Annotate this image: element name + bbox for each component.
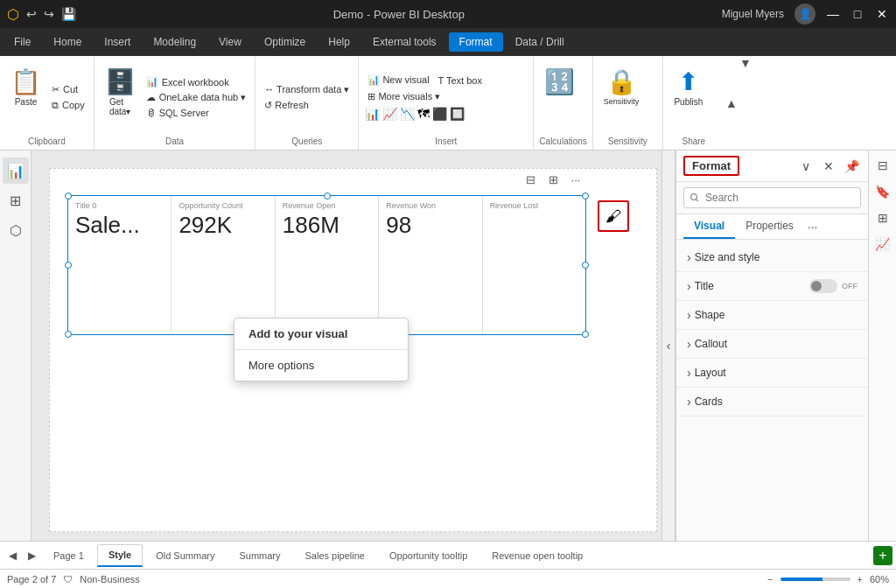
popup-menu: Add to your visual More options bbox=[234, 318, 409, 382]
canvas[interactable]: ⊟ ⊞ ··· Title 0 Sale... Opportunity Coun… bbox=[49, 168, 657, 532]
menu-data-drill[interactable]: Data / Drill bbox=[505, 32, 575, 52]
add-page-btn[interactable]: + bbox=[873, 546, 892, 565]
page-tab-sales-pipeline[interactable]: Sales pipeline bbox=[293, 544, 376, 567]
close-btn[interactable]: ✕ bbox=[875, 7, 889, 21]
menu-insert[interactable]: Insert bbox=[94, 32, 141, 52]
tab-properties[interactable]: Properties bbox=[735, 214, 804, 239]
tab-visual[interactable]: Visual bbox=[683, 214, 735, 239]
paint-bucket-btn[interactable]: 🖌 bbox=[598, 200, 629, 232]
text-box-btn[interactable]: T Text box bbox=[435, 73, 486, 88]
menu-home[interactable]: Home bbox=[43, 32, 92, 52]
zoom-level: 60% bbox=[870, 574, 889, 584]
menu-help[interactable]: Help bbox=[318, 32, 360, 52]
panel-search-input[interactable] bbox=[683, 187, 861, 208]
nav-table-btn[interactable]: ⊞ bbox=[3, 187, 29, 214]
more-options-btn[interactable]: More options bbox=[234, 350, 408, 381]
panel-expand-btn[interactable]: ∨ bbox=[796, 157, 816, 176]
calculations-section: 🔢 Calculations bbox=[534, 56, 592, 150]
section-title[interactable]: Title OFF bbox=[676, 272, 868, 301]
title-toggle[interactable] bbox=[809, 279, 837, 293]
page-prev-btn[interactable]: ◀ bbox=[4, 547, 21, 564]
chart-icon-2[interactable]: 📈 bbox=[382, 106, 398, 122]
filters-icon-btn[interactable]: ⊟ bbox=[872, 154, 894, 177]
insert-section: 📊 New visual T Text box ⊞ More visuals ▾… bbox=[359, 56, 534, 150]
menu-optimize[interactable]: Optimize bbox=[254, 32, 316, 52]
user-avatar[interactable]: 👤 bbox=[794, 4, 816, 24]
menu-modeling[interactable]: Modeling bbox=[143, 32, 206, 52]
menu-format[interactable]: Format bbox=[449, 32, 503, 52]
more-btn[interactable]: ··· bbox=[566, 170, 585, 189]
nav-report-btn[interactable]: 📊 bbox=[3, 158, 29, 184]
panel-tabs: Visual Properties ··· bbox=[676, 214, 868, 240]
page-tab-old-summary[interactable]: Old Summary bbox=[144, 544, 226, 567]
calculations-btn[interactable]: 🔢 bbox=[539, 64, 580, 130]
kpi-card-3: Revenue Won 98 bbox=[379, 196, 482, 334]
data-content: 🗄️ Getdata▾ 📊 Excel workbook ☁ OneLake d… bbox=[100, 60, 250, 135]
menu-view[interactable]: View bbox=[208, 32, 252, 52]
zoom-out-btn[interactable]: − bbox=[767, 574, 773, 584]
performance-icon-btn[interactable]: 📈 bbox=[872, 233, 894, 256]
maximize-btn[interactable]: □ bbox=[850, 7, 864, 21]
panel-title: Format bbox=[683, 156, 739, 176]
page-tab-1[interactable]: Page 1 bbox=[42, 544, 95, 567]
menu-file[interactable]: File bbox=[4, 32, 41, 52]
sql-btn[interactable]: 🛢 SQL Server bbox=[143, 106, 250, 120]
focus-btn[interactable]: ⊞ bbox=[543, 170, 563, 189]
page-tab-summary[interactable]: Summary bbox=[228, 544, 291, 567]
zoom-in-btn[interactable]: + bbox=[858, 574, 863, 584]
chart-icon-6[interactable]: 🔲 bbox=[449, 106, 466, 122]
section-callout[interactable]: Callout bbox=[676, 330, 868, 359]
clipboard-sub: ✂ Cut ⧉ Copy bbox=[48, 82, 88, 113]
clipboard-content: 📋 Paste ✂ Cut ⧉ Copy bbox=[5, 60, 88, 135]
new-visual-btn[interactable]: 📊 New visual bbox=[364, 73, 432, 88]
section-title-label: Title bbox=[687, 279, 714, 293]
excel-btn[interactable]: 📊 Excel workbook bbox=[143, 74, 250, 89]
minimize-btn[interactable]: — bbox=[826, 7, 840, 21]
section-size-style[interactable]: Size and style bbox=[676, 243, 868, 272]
onelake-btn[interactable]: ☁ OneLake data hub ▾ bbox=[143, 90, 250, 105]
save-btn[interactable]: 💾 bbox=[61, 7, 76, 21]
copy-btn[interactable]: ⧉ Copy bbox=[48, 98, 88, 113]
bookmarks-icon-btn[interactable]: 🔖 bbox=[872, 180, 894, 203]
canvas-area: ⊟ ⊞ ··· Title 0 Sale... Opportunity Coun… bbox=[32, 150, 662, 541]
section-cards-label: Cards bbox=[687, 395, 723, 409]
transform-btn[interactable]: ↔ Transform data ▾ bbox=[261, 82, 353, 97]
sensitivity-btn[interactable]: 🔒 Sensitivity bbox=[598, 64, 645, 130]
page-tab-style[interactable]: Style bbox=[97, 544, 143, 567]
nav-model-btn[interactable]: ⬡ bbox=[3, 217, 29, 243]
section-cards[interactable]: Cards bbox=[676, 388, 868, 416]
panel-collapse-btn[interactable]: ‹ bbox=[662, 150, 676, 541]
classification-label: Non-Business bbox=[80, 574, 139, 584]
more-visuals-btn[interactable]: ⊞ More visuals ▾ bbox=[364, 89, 444, 104]
refresh-btn[interactable]: ↺ Refresh bbox=[261, 98, 353, 113]
section-layout[interactable]: Layout bbox=[676, 359, 868, 388]
get-data-btn[interactable]: 🗄️ Getdata▾ bbox=[100, 64, 141, 130]
panel-close-btn[interactable]: ✕ bbox=[819, 157, 838, 176]
section-shape[interactable]: Shape bbox=[676, 301, 868, 330]
zoom-slider[interactable] bbox=[780, 578, 850, 581]
excel-icon: 📊 bbox=[146, 76, 158, 88]
ribbon-scroll-down[interactable]: ▼ bbox=[738, 56, 752, 70]
chart-icon-4[interactable]: 🗺 bbox=[416, 106, 430, 122]
page-tab-revenue-tooltip[interactable]: Revenue open tooltip bbox=[480, 544, 594, 567]
selection-icon-btn[interactable]: ⊞ bbox=[872, 206, 894, 229]
paste-btn[interactable]: 📋 Paste bbox=[5, 64, 46, 130]
chart-icon-1[interactable]: 📊 bbox=[364, 106, 381, 122]
page-next-btn[interactable]: ▶ bbox=[23, 547, 40, 564]
page-tab-opp-tooltip[interactable]: Opportunity tooltip bbox=[378, 544, 479, 567]
menu-external-tools[interactable]: External tools bbox=[362, 32, 447, 52]
undo-btn[interactable]: ↩ bbox=[26, 7, 37, 21]
tab-more[interactable]: ··· bbox=[804, 214, 822, 239]
redo-btn[interactable]: ↪ bbox=[44, 7, 54, 21]
cut-btn[interactable]: ✂ Cut bbox=[48, 82, 88, 97]
queries-section: ↔ Transform data ▾ ↺ Refresh Queries bbox=[256, 56, 359, 150]
filter-btn[interactable]: ⊟ bbox=[521, 170, 540, 189]
add-to-visual-btn[interactable]: Add to your visual bbox=[234, 318, 408, 349]
ribbon-scroll-up[interactable]: ▲ bbox=[724, 56, 738, 150]
chart-icon-5[interactable]: ⬛ bbox=[431, 106, 448, 122]
publish-btn[interactable]: ⬆ Publish bbox=[668, 64, 709, 130]
panel-pin-btn[interactable]: 📌 bbox=[842, 157, 861, 176]
chart-icon-3[interactable]: 📉 bbox=[399, 106, 416, 122]
visual-container[interactable]: ⊟ ⊞ ··· Title 0 Sale... Opportunity Coun… bbox=[67, 195, 586, 335]
kpi-label-0: Title 0 bbox=[75, 201, 164, 210]
